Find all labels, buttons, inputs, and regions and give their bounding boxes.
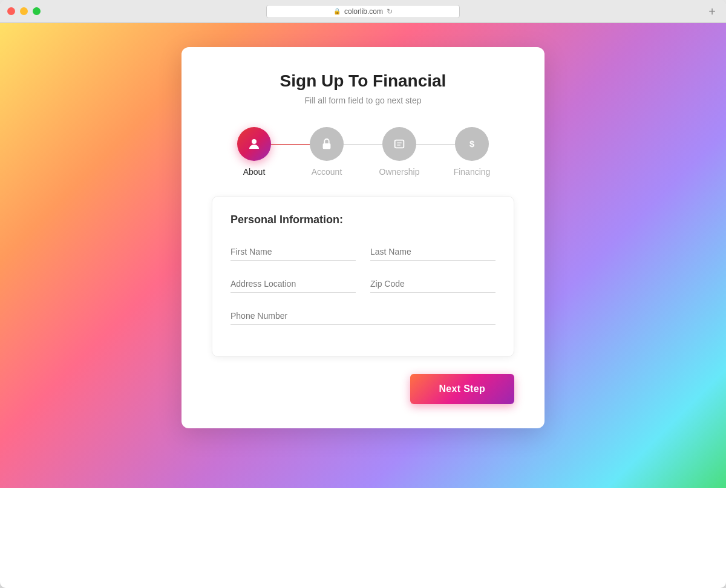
step-ownership-circle	[382, 127, 416, 161]
close-button[interactable]	[7, 7, 15, 15]
gradient-background: Sign Up To Financial Fill all form field…	[0, 23, 726, 488]
step-about-circle	[237, 127, 271, 161]
main-content: Sign Up To Financial Fill all form field…	[0, 23, 726, 588]
personal-info-card: Personal Information:	[212, 196, 514, 357]
phone-row	[231, 307, 495, 325]
svg-point-0	[252, 139, 257, 144]
signup-card: Sign Up To Financial Fill all form field…	[182, 47, 544, 428]
step-account-label: Account	[312, 167, 342, 177]
refresh-icon: ↻	[387, 7, 393, 16]
address-row	[231, 275, 495, 293]
titlebar: 🔒 colorlib.com ↻ +	[0, 0, 726, 23]
step-account[interactable]: Account	[290, 127, 363, 177]
step-about[interactable]: About	[218, 127, 290, 177]
step-ownership-label: Ownership	[379, 167, 420, 177]
name-row	[231, 243, 495, 261]
lock-icon: 🔒	[333, 8, 341, 15]
window-controls	[7, 7, 41, 15]
personal-info-title: Personal Information:	[231, 214, 495, 226]
page-subtitle: Fill all form field to go next step	[212, 96, 514, 105]
phone-input[interactable]	[231, 307, 495, 325]
svg-point-2	[326, 145, 328, 147]
last-name-input[interactable]	[370, 243, 495, 261]
step-ownership[interactable]: Ownership	[363, 127, 436, 177]
bottom-bar	[0, 488, 726, 588]
minimize-button[interactable]	[20, 7, 28, 15]
page-title: Sign Up To Financial	[212, 71, 514, 91]
step-account-circle	[310, 127, 344, 161]
svg-text:$: $	[469, 139, 474, 149]
maximize-button[interactable]	[33, 7, 41, 15]
url-bar[interactable]: 🔒 colorlib.com ↻	[266, 5, 460, 18]
first-name-input[interactable]	[231, 243, 356, 261]
step-financing-label: Financing	[454, 167, 491, 177]
zip-input[interactable]	[370, 275, 495, 293]
step-about-label: About	[243, 167, 266, 177]
url-text: colorlib.com	[344, 7, 383, 16]
steps-container: About Account	[212, 127, 514, 177]
button-row: Next Step	[212, 374, 514, 404]
address-input[interactable]	[231, 275, 356, 293]
step-financing[interactable]: $ Financing	[436, 127, 508, 177]
svg-rect-3	[395, 140, 404, 148]
mac-window: 🔒 colorlib.com ↻ + Sign Up To Financial …	[0, 0, 726, 588]
step-financing-circle: $	[455, 127, 489, 161]
add-tab-button[interactable]: +	[705, 5, 719, 18]
next-step-button[interactable]: Next Step	[410, 374, 515, 404]
